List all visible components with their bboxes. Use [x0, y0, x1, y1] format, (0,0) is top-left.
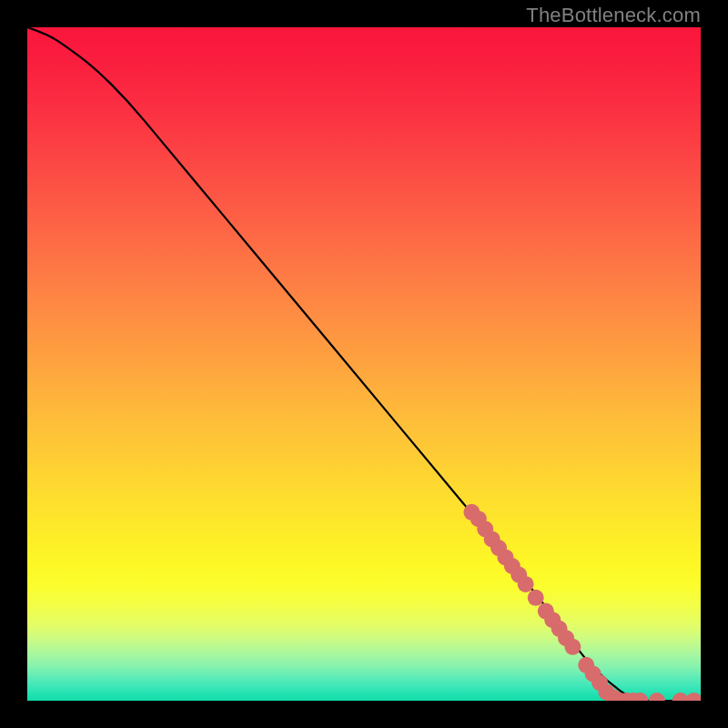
marker-dot [518, 576, 534, 592]
chart-svg [27, 27, 701, 701]
marker-dot [528, 590, 544, 606]
plot-area [27, 27, 701, 701]
marker-dot [564, 639, 581, 655]
attribution-text: TheBottleneck.com [526, 4, 701, 27]
gradient-background [27, 27, 701, 701]
chart-stage: TheBottleneck.com [0, 0, 728, 728]
